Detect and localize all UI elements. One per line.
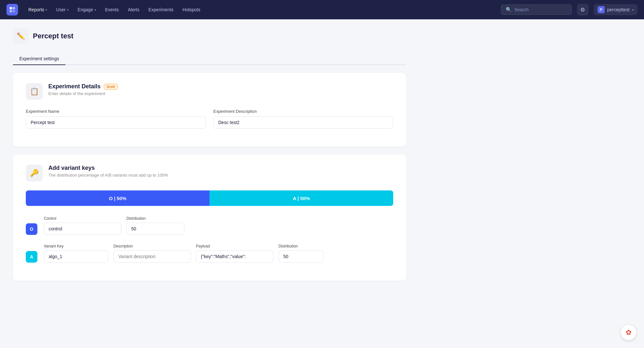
nav-item-events[interactable]: Events: [101, 5, 123, 15]
svg-rect-0: [10, 7, 12, 9]
experiment-details-card: 📋 Experiment Details Draft Enter details…: [13, 73, 406, 147]
nav-right: 🔍 ⚙ P percepttest ▾: [501, 4, 638, 15]
variant-key-input[interactable]: [44, 250, 108, 263]
control-distribution-group: Distribution: [126, 216, 184, 235]
experiment-description-input[interactable]: [213, 116, 393, 129]
variant-a-fields: Variant Key Description Payload Distribu…: [44, 244, 393, 263]
experiment-name-group: Experiment Name: [26, 109, 206, 129]
search-icon: 🔍: [506, 7, 512, 13]
gear-icon: ⚙: [580, 6, 585, 13]
chevron-down-icon: ▾: [67, 8, 69, 12]
variant-keys-card: 🔑 Add variant keys The distribution perc…: [13, 154, 406, 281]
page-title: Percept test: [33, 32, 73, 40]
card-icon-variant: 🔑: [26, 165, 43, 181]
variant-title-group: Add variant keys The distribution percen…: [48, 165, 393, 178]
card-header-details: 📋 Experiment Details Draft Enter details…: [26, 83, 393, 100]
experiment-description-label: Experiment Description: [213, 109, 393, 114]
edit-icon: ✏️: [17, 32, 25, 40]
logo[interactable]: [6, 4, 18, 15]
experiment-name-label: Experiment Name: [26, 109, 206, 114]
nav-item-reports[interactable]: Reports ▾: [24, 5, 51, 15]
navbar: Reports ▾ User ▾ Engage ▾ Events Alerts …: [0, 0, 644, 19]
variant-payload-group: Payload: [196, 244, 273, 263]
variant-payload-input[interactable]: [196, 250, 273, 263]
document-icon: 📋: [30, 87, 39, 96]
experiment-name-description-row: Experiment Name Experiment Description: [26, 109, 393, 129]
nav-item-engage[interactable]: Engage ▾: [74, 5, 100, 15]
variant-key-group: Variant Key: [44, 244, 108, 263]
chevron-down-icon: ▾: [632, 8, 634, 12]
variant-description-input[interactable]: [113, 250, 191, 263]
key-icon: 🔑: [30, 169, 39, 177]
account-button[interactable]: P percepttest ▾: [594, 4, 638, 15]
experiment-name-input[interactable]: [26, 116, 206, 129]
variant-payload-label: Payload: [196, 244, 273, 248]
svg-rect-3: [13, 10, 15, 12]
experiment-description-group: Experiment Description: [213, 109, 393, 129]
nav-items: Reports ▾ User ▾ Engage ▾ Events Alerts …: [24, 5, 498, 15]
variant-section-subtitle: The distribution percentage of A/B varia…: [48, 173, 393, 178]
card-title-group: Experiment Details Draft Enter details o…: [48, 83, 393, 96]
variant-a-row: A Variant Key Description Payload Distri…: [26, 243, 393, 263]
card-icon-details: 📋: [26, 83, 43, 100]
control-distribution-label: Distribution: [126, 216, 184, 221]
control-fields: Control Distribution: [44, 216, 393, 235]
page-content: ✏️ Percept test Experiment settings 📋 Ex…: [0, 19, 419, 297]
svg-rect-1: [13, 7, 15, 9]
svg-rect-2: [10, 10, 12, 12]
account-label: percepttest: [607, 7, 629, 12]
chevron-down-icon: ▾: [45, 8, 47, 12]
nav-item-user[interactable]: User ▾: [52, 5, 73, 15]
control-badge: O: [26, 223, 37, 235]
page-header: ✏️ Percept test: [13, 28, 406, 44]
search-input[interactable]: [514, 7, 567, 12]
nav-item-experiments[interactable]: Experiments: [144, 5, 177, 15]
tabs-bar: Experiment settings: [13, 53, 406, 65]
variant-a-badge: A: [26, 251, 37, 263]
tab-experiment-settings[interactable]: Experiment settings: [13, 53, 65, 65]
nav-item-hotspots[interactable]: Hotspots: [179, 5, 204, 15]
control-key-label: Control: [44, 216, 121, 221]
draft-badge: Draft: [104, 84, 118, 90]
account-icon: P: [598, 6, 605, 13]
variant-distribution-input[interactable]: [278, 250, 324, 263]
variant-distribution-bar: O | 50% A | 50%: [26, 190, 393, 206]
settings-button[interactable]: ⚙: [577, 4, 589, 15]
variant-bar-a: A | 50%: [210, 190, 393, 206]
variant-distribution-group: Distribution: [278, 244, 324, 263]
control-key-group: Control: [44, 216, 121, 235]
variant-key-label: Variant Key: [44, 244, 108, 248]
variant-description-group: Description: [113, 244, 191, 263]
card-title-details: Experiment Details Draft: [48, 83, 393, 90]
control-key-input[interactable]: [44, 223, 121, 235]
search-bar[interactable]: 🔍: [501, 5, 572, 15]
nav-item-alerts[interactable]: Alerts: [124, 5, 143, 15]
chevron-down-icon: ▾: [94, 8, 96, 12]
page-icon: ✏️: [13, 28, 28, 44]
card-subtitle-details: Enter details of the experiment: [48, 91, 393, 96]
variant-description-label: Description: [113, 244, 191, 248]
variant-bar-o: O | 50%: [26, 190, 210, 206]
card-header-variant: 🔑 Add variant keys The distribution perc…: [26, 165, 393, 181]
control-row: O Control Distribution: [26, 215, 393, 235]
control-distribution-input[interactable]: [126, 223, 184, 235]
variant-section-title: Add variant keys: [48, 165, 393, 171]
variant-distribution-label: Distribution: [278, 244, 324, 248]
